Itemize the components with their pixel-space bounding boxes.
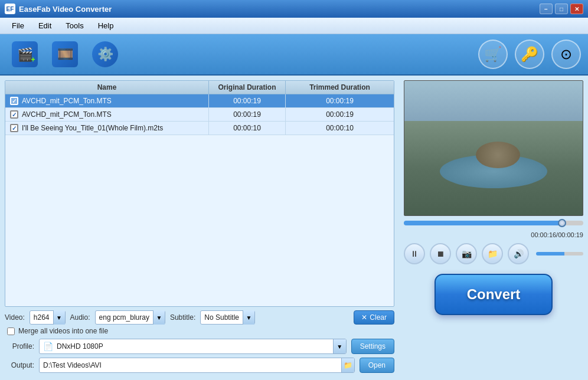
- original-duration-cell: 00:00:19: [209, 108, 286, 121]
- file-name-cell: AVCHD_mit_PCM_Ton.MTS: [5, 108, 209, 121]
- trimmed-duration-cell: 00:00:10: [286, 122, 394, 135]
- toolbar: 🎬 + 🎞️ ⚙️ 🛒 🔑 ⊙: [0, 34, 588, 76]
- header-name: Name: [5, 81, 209, 94]
- folder-button[interactable]: 📁: [482, 243, 503, 264]
- stop-button[interactable]: ⏹: [430, 243, 451, 264]
- output-row: Output: D:\Test Videos\AVI 📁 Open: [5, 358, 394, 373]
- subtitle-label: Subtitle:: [170, 313, 195, 322]
- settings-button[interactable]: Settings: [351, 339, 394, 354]
- file-name-cell: AVCHD_mit_PCM_Ton.MTS: [5, 94, 209, 107]
- time-display: 00:00:16/00:00:19: [531, 231, 583, 238]
- controls-row: ⏸ ⏹ 📷 📁 🔊: [404, 243, 583, 264]
- title-bar: EF EaseFab Video Converter − □ ✕: [0, 0, 588, 18]
- menu-bar: File Edit Tools Help: [0, 18, 588, 34]
- subtitle-select[interactable]: No Subtitle ▼: [200, 310, 255, 325]
- menu-help[interactable]: Help: [91, 19, 121, 32]
- maximize-button[interactable]: □: [555, 4, 568, 14]
- clear-icon: ✕: [361, 313, 367, 322]
- trimmed-duration-cell: 00:00:19: [286, 108, 394, 121]
- file-list: Name Original Duration Trimmed Duration …: [5, 80, 394, 307]
- audio-select[interactable]: eng pcm_bluray ▼: [95, 310, 165, 325]
- open-button[interactable]: Open: [360, 358, 394, 373]
- video-label: Video:: [5, 313, 25, 322]
- profile-row: Profile: 📄 DNxHD 1080P ▼ Settings: [5, 339, 394, 354]
- table-row[interactable]: I'll Be Seeing You_Title_01(Whole Film).…: [5, 122, 394, 135]
- shop-icon[interactable]: 🛒: [478, 40, 508, 69]
- merge-checkbox[interactable]: [7, 327, 15, 335]
- clear-button[interactable]: ✕ Clear: [354, 310, 394, 325]
- video-select[interactable]: h264 ▼: [30, 310, 66, 325]
- stream-row: Video: h264 ▼ Audio: eng pcm_bluray ▼ Su…: [5, 310, 394, 325]
- preview-box: [404, 80, 583, 216]
- settings-toolbar-button[interactable]: ⚙️: [87, 37, 123, 72]
- output-folder-icon[interactable]: 📁: [341, 358, 354, 373]
- minimize-button[interactable]: −: [540, 4, 553, 14]
- close-button[interactable]: ✕: [570, 4, 583, 14]
- left-panel: Name Original Duration Trimmed Duration …: [0, 76, 399, 380]
- timeline-bar[interactable]: [404, 221, 583, 225]
- screenshot-button[interactable]: 📷: [456, 243, 477, 264]
- profile-icon: 📄: [40, 342, 57, 351]
- original-duration-cell: 00:00:10: [209, 122, 286, 135]
- file-name-cell: I'll Be Seeing You_Title_01(Whole Film).…: [5, 122, 209, 135]
- original-duration-cell: 00:00:19: [209, 94, 286, 107]
- menu-tools[interactable]: Tools: [58, 19, 90, 32]
- profile-select[interactable]: 📄 DNxHD 1080P ▼: [39, 339, 347, 354]
- output-label: Output:: [5, 361, 34, 369]
- audio-label: Audio:: [70, 313, 90, 322]
- bottom-controls: Video: h264 ▼ Audio: eng pcm_bluray ▼ Su…: [5, 307, 394, 375]
- app-icon: EF: [5, 4, 15, 14]
- merge-label: Merge all videos into one file: [18, 327, 108, 335]
- menu-file[interactable]: File: [5, 19, 31, 32]
- add-video-button[interactable]: 🎬 +: [7, 37, 43, 72]
- file-checkbox[interactable]: [10, 97, 18, 105]
- table-row[interactable]: AVCHD_mit_PCM_Ton.MTS 00:00:19 00:00:19: [5, 108, 394, 122]
- profile-label: Profile:: [5, 342, 34, 350]
- main-content: Name Original Duration Trimmed Duration …: [0, 76, 588, 380]
- toolbar-right-icons: 🛒 🔑 ⊙: [478, 40, 581, 69]
- volume-button[interactable]: 🔊: [508, 243, 529, 264]
- edit-video-button[interactable]: 🎞️: [47, 37, 83, 72]
- convert-button[interactable]: Convert: [435, 274, 553, 315]
- header-original-duration: Original Duration: [209, 81, 286, 94]
- file-list-body: AVCHD_mit_PCM_Ton.MTS 00:00:19 00:00:19 …: [5, 94, 394, 135]
- timeline-thumb[interactable]: [558, 219, 566, 227]
- file-checkbox[interactable]: [10, 110, 18, 119]
- audio-select-arrow[interactable]: ▼: [153, 310, 165, 325]
- volume-slider[interactable]: [536, 252, 583, 255]
- video-select-arrow[interactable]: ▼: [53, 310, 65, 325]
- output-path[interactable]: D:\Test Videos\AVI 📁: [39, 358, 355, 373]
- file-list-header: Name Original Duration Trimmed Duration: [5, 81, 394, 94]
- subtitle-select-arrow[interactable]: ▼: [243, 310, 254, 325]
- profile-select-arrow[interactable]: ▼: [333, 339, 346, 354]
- header-trimmed-duration: Trimmed Duration: [286, 81, 394, 94]
- menu-edit[interactable]: Edit: [31, 19, 58, 32]
- timeline-row: [404, 221, 583, 225]
- help-icon[interactable]: ⊙: [551, 40, 581, 69]
- merge-row: Merge all videos into one file: [7, 327, 394, 335]
- trimmed-duration-cell: 00:00:19: [286, 94, 394, 107]
- key-icon[interactable]: 🔑: [515, 40, 544, 69]
- window-controls: − □ ✕: [540, 4, 583, 14]
- table-row[interactable]: AVCHD_mit_PCM_Ton.MTS 00:00:19 00:00:19: [5, 94, 394, 108]
- app-title: EaseFab Video Converter: [19, 5, 540, 14]
- right-panel: 00:00:16/00:00:19 ⏸ ⏹ 📷 📁 🔊 Convert: [399, 76, 588, 380]
- preview-image: [404, 81, 583, 215]
- pause-button[interactable]: ⏸: [404, 243, 425, 264]
- file-checkbox[interactable]: [10, 124, 18, 132]
